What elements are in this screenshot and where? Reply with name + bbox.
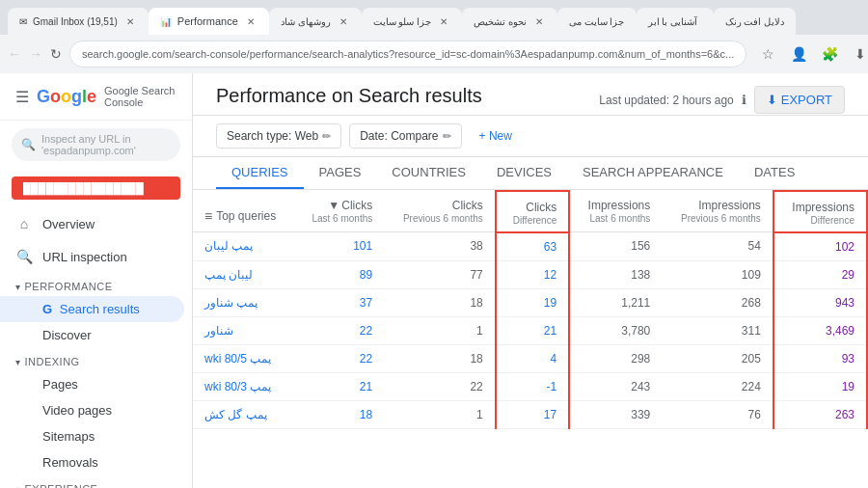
tab-gmail[interactable]: ✉ Gmail Inbox (19,51) ✕	[8, 8, 149, 35]
query-cell-1[interactable]: لیبان پمپ	[193, 260, 294, 288]
forward-button[interactable]: →	[29, 41, 42, 68]
tab-queries[interactable]: QUERIES	[216, 157, 304, 189]
imp-6m-0: 156	[569, 232, 662, 261]
date-label: Date: Compare	[360, 129, 438, 143]
tab-label-4: جزا سلو سایت	[373, 16, 432, 27]
query-cell-3[interactable]: شناور	[193, 316, 294, 344]
sidebar-item-pages[interactable]: Pages	[0, 371, 192, 397]
col-imp-diff: Impressions Difference	[773, 191, 867, 232]
query-cell-0[interactable]: پمپ لیبان	[193, 232, 294, 261]
tab-4[interactable]: جزا سلو سایت ✕	[362, 8, 463, 35]
tab-close-performance[interactable]: ✕	[244, 14, 258, 28]
edit-search-type-icon: ✏	[322, 130, 331, 143]
google-logo: Google	[37, 87, 96, 107]
tab-3[interactable]: روشهای شاد ✕	[269, 8, 362, 35]
export-label: EXPORT	[781, 93, 832, 107]
sidebar-item-removals[interactable]: Removals	[0, 449, 192, 475]
info-icon: ℹ	[742, 93, 746, 107]
label-removals: Removals	[42, 455, 98, 470]
tab-pages[interactable]: PAGES	[304, 157, 377, 189]
query-cell-4[interactable]: پمپ wki 80/5	[193, 344, 294, 372]
imp-6m-2: 1,211	[569, 288, 662, 316]
clicks-6m-3: 22	[294, 316, 384, 344]
table-row: پمپ لیبان 101 38 63 156 54 102	[193, 232, 867, 261]
col-imp-6m-label: Impressions	[588, 199, 651, 212]
back-button[interactable]: ←	[8, 41, 21, 68]
tab-label-performance: Performance	[177, 15, 238, 27]
download-button[interactable]: ⬇	[847, 41, 868, 68]
tab-search-appearance[interactable]: SEARCH APPEARANCE	[567, 157, 739, 189]
clicks-prev-0: 38	[384, 232, 496, 261]
tab-label-3: روشهای شاد	[281, 16, 331, 27]
hamburger-icon[interactable]: ☰	[15, 88, 29, 106]
add-filter-button[interactable]: + New	[470, 124, 522, 148]
domain-button[interactable]: ████████████████	[12, 176, 180, 200]
bookmark-button[interactable]: ☆	[754, 41, 781, 68]
search-icon: 🔍	[21, 138, 36, 151]
table-row: شناور 22 1 21 3,780 311 3,469	[193, 316, 867, 344]
imp-diff-5: 19	[773, 372, 867, 400]
sidebar-item-video-pages[interactable]: Video pages	[0, 397, 192, 423]
query-cell-6[interactable]: پمپ گل کش	[193, 400, 294, 428]
chevron-experience: ▾	[15, 484, 21, 489]
clicks-diff-2: 19	[496, 288, 569, 316]
clicks-prev-5: 22	[384, 372, 496, 400]
export-download-icon: ⬇	[767, 93, 777, 107]
export-button[interactable]: ⬇ EXPORT	[754, 86, 845, 114]
sidebar-search-bar[interactable]: 🔍 Inspect any URL in 'espadanpump.com'	[12, 128, 180, 161]
clicks-diff-0: 63	[496, 232, 569, 261]
sidebar-label-overview: Overview	[42, 217, 95, 231]
sort-down-icon: ▼	[328, 199, 339, 212]
col-clicks-6m: ▼ Clicks Last 6 months	[294, 191, 384, 232]
clicks-prev-1: 77	[384, 260, 496, 288]
query-cell-5[interactable]: پمپ wki 80/3	[193, 372, 294, 400]
tab-close-5[interactable]: ✕	[532, 14, 546, 28]
imp-diff-6: 263	[773, 400, 867, 428]
label-video-pages: Video pages	[42, 403, 112, 418]
imp-prev-5: 224	[662, 372, 773, 400]
search-type-filter[interactable]: Search type: Web ✏	[216, 123, 341, 149]
search-placeholder: Inspect any URL in 'espadanpump.com'	[41, 133, 171, 156]
last-updated: Last updated: 2 hours ago	[599, 94, 733, 107]
query-cell-2[interactable]: پمپ شناور	[193, 288, 294, 316]
imp-diff-2: 943	[773, 288, 867, 316]
col-queries: ≡ Top queries	[193, 191, 294, 232]
data-tabs-row: QUERIES PAGES COUNTRIES DEVICES SEARCH A…	[193, 157, 868, 190]
date-filter[interactable]: Date: Compare ✏	[349, 123, 461, 149]
tab-countries[interactable]: COUNTRIES	[376, 157, 481, 189]
table-wrapper: ≡ Top queries ▼ Clicks	[193, 190, 868, 429]
profile-button[interactable]: 👤	[785, 41, 812, 68]
sidebar-item-discover[interactable]: Discover	[0, 322, 192, 348]
sidebar-item-search-results[interactable]: G Search results	[0, 296, 184, 322]
tab-close-4[interactable]: ✕	[437, 14, 450, 28]
imp-6m-4: 298	[569, 344, 662, 372]
tab-close-gmail[interactable]: ✕	[123, 14, 137, 28]
address-bar[interactable]: search.google.com/search-console/perform…	[69, 41, 746, 68]
tab-performance[interactable]: 📊 Performance ✕	[149, 8, 269, 35]
imp-diff-4: 93	[773, 344, 867, 372]
header-actions: Last updated: 2 hours ago ℹ ⬇ EXPORT	[599, 86, 845, 114]
reload-button[interactable]: ↻	[50, 41, 62, 68]
sidebar: ☰ Google Google Search Console 🔍 Inspect…	[0, 73, 193, 488]
clicks-6m-5: 21	[294, 372, 384, 400]
tab-dates[interactable]: DATES	[739, 157, 810, 189]
chevron-performance: ▾	[15, 282, 21, 292]
sidebar-item-overview[interactable]: ⌂ Overview	[0, 207, 184, 240]
overview-icon: ⌂	[15, 215, 33, 232]
label-pages: Pages	[42, 377, 78, 392]
col-clicks-prev: Clicks Previous 6 months	[384, 191, 496, 232]
tab-7[interactable]: آشنایی با ابر	[637, 8, 714, 35]
clicks-6m-4: 22	[294, 344, 384, 372]
tab-devices[interactable]: DEVICES	[481, 157, 567, 189]
tab-8[interactable]: دلایل افت رنک	[714, 8, 797, 35]
sidebar-item-url-inspection[interactable]: 🔍 URL inspection	[0, 240, 184, 273]
tab-close-3[interactable]: ✕	[337, 14, 350, 28]
section-performance-label: Performance	[25, 281, 113, 292]
col-clicks-6m-label: Clicks	[341, 199, 372, 212]
tab-5[interactable]: نحوه تشخیص ✕	[462, 8, 557, 35]
filter-icon[interactable]: ≡	[204, 208, 212, 224]
extensions-button[interactable]: 🧩	[816, 41, 843, 68]
sidebar-item-sitemaps[interactable]: Sitemaps	[0, 423, 192, 449]
tab-6[interactable]: جزا سایت می	[557, 8, 637, 35]
col-clicks-diff-label: Clicks	[526, 201, 556, 214]
